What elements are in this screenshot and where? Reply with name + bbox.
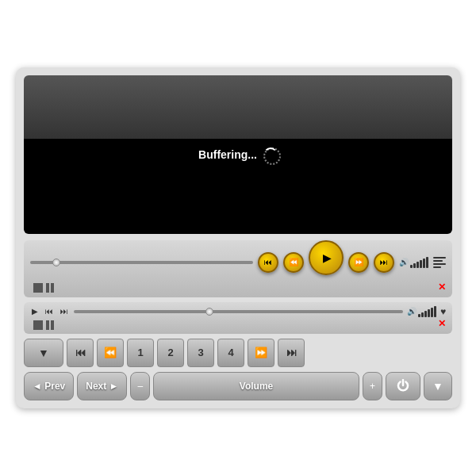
favorite-icon[interactable]: ♥ xyxy=(440,306,446,317)
num-rewind-icon: ⏪ xyxy=(104,347,117,358)
next-nav-button[interactable]: Next ► xyxy=(77,372,127,400)
sec-stop-pause-row xyxy=(30,320,446,330)
num-prev-icon: ⏮ xyxy=(75,347,86,358)
volume-plus-button[interactable]: + xyxy=(363,372,382,400)
sec-close-button[interactable]: ✕ xyxy=(438,318,446,329)
next-nav-label: Next ► xyxy=(86,381,118,392)
sec-stop-button[interactable] xyxy=(33,320,43,330)
num-forward-icon: ⏩ xyxy=(255,347,267,358)
stop-pause-row xyxy=(30,283,446,293)
main-controls-row: ⏮ ⏪ ▶ ⏩ ⏭ 🔊 xyxy=(30,245,446,280)
forward-icon: ⏩ xyxy=(354,259,363,266)
bottom-controls-row: ◄ Prev Next ► – Volume + ▼ xyxy=(24,372,452,400)
volume-label: Volume xyxy=(240,381,273,392)
sec-play-button[interactable]: ▶ xyxy=(30,307,40,316)
sec-volume-control[interactable]: 🔊 xyxy=(407,306,436,317)
next-icon: ⏭ xyxy=(380,259,388,266)
num-prev-button[interactable]: ⏮ xyxy=(67,339,94,367)
sec-next-button[interactable]: ⏭ xyxy=(59,307,70,316)
sec-prev-button[interactable]: ⏮ xyxy=(44,307,55,316)
video-screen: Buffering... xyxy=(24,75,452,234)
play-button[interactable]: ▶ xyxy=(309,240,344,275)
power-icon xyxy=(396,379,410,393)
eq-button[interactable] xyxy=(433,257,446,268)
num-btn-4[interactable]: 4 xyxy=(217,339,244,367)
buffering-label: Buffering... xyxy=(198,148,257,161)
num-btn-1[interactable]: 1 xyxy=(127,339,154,367)
volume-bars xyxy=(410,257,428,268)
num-btn-3[interactable]: 3 xyxy=(187,339,214,367)
secondary-controls-row: ▶ ⏮ ⏭ 🔊 ♥ xyxy=(30,306,446,317)
forward-button[interactable]: ⏩ xyxy=(348,252,369,273)
volume-control[interactable]: 🔊 xyxy=(399,257,428,268)
pause-button[interactable] xyxy=(46,283,54,293)
sec-pause-button[interactable] xyxy=(46,320,54,330)
prev-icon: ⏮ xyxy=(264,259,272,266)
dropdown-arrow-icon: ▼ xyxy=(38,347,49,359)
power-button[interactable] xyxy=(386,372,420,400)
down-arrow-icon: ▼ xyxy=(432,380,443,393)
sec-speaker-icon: 🔊 xyxy=(407,307,416,316)
rewind-button[interactable]: ⏪ xyxy=(283,252,304,273)
buffering-indicator: Buffering... xyxy=(198,147,278,162)
stop-button[interactable] xyxy=(33,283,43,293)
num-rewind-button[interactable]: ⏪ xyxy=(97,339,124,367)
sec-seek-bar[interactable] xyxy=(74,310,403,313)
sec-volume-bars xyxy=(418,306,436,317)
next-button[interactable]: ⏭ xyxy=(374,252,394,273)
volume-plus-icon: + xyxy=(370,381,375,392)
volume-minus-icon: – xyxy=(137,381,143,392)
num-forward-button[interactable]: ⏩ xyxy=(248,339,274,367)
num-btn-2[interactable]: 2 xyxy=(157,339,184,367)
secondary-controls-bar: ▶ ⏮ ⏭ 🔊 ♥ xyxy=(24,302,452,334)
speaker-icon: 🔊 xyxy=(399,258,409,266)
num-next-button[interactable]: ⏭ xyxy=(278,339,305,367)
volume-minus-button[interactable]: – xyxy=(130,372,150,400)
seek-bar[interactable] xyxy=(30,261,253,264)
main-controls-bar: ⏮ ⏪ ▶ ⏩ ⏭ 🔊 xyxy=(24,240,452,297)
prev-button[interactable]: ⏮ xyxy=(258,252,278,273)
down-arrow-button[interactable]: ▼ xyxy=(424,372,452,400)
prev-nav-label: ◄ Prev xyxy=(33,381,65,392)
seek-thumb[interactable] xyxy=(52,259,60,266)
prev-nav-button[interactable]: ◄ Prev xyxy=(24,372,74,400)
volume-label-button: Volume xyxy=(153,372,359,400)
number-buttons-row: ▼ ⏮ ⏪ 1 2 3 4 ⏩ ⏭ xyxy=(24,339,452,367)
num-next-icon: ⏭ xyxy=(286,347,297,358)
dropdown-button[interactable]: ▼ xyxy=(24,339,63,367)
sec-seek-thumb[interactable] xyxy=(205,308,213,316)
media-player: Buffering... ⏮ ⏪ ▶ ⏩ xyxy=(16,67,460,408)
loading-spinner xyxy=(263,147,278,162)
rewind-icon: ⏪ xyxy=(289,259,298,266)
close-button[interactable]: ✕ xyxy=(438,282,446,293)
play-icon: ▶ xyxy=(323,252,332,263)
